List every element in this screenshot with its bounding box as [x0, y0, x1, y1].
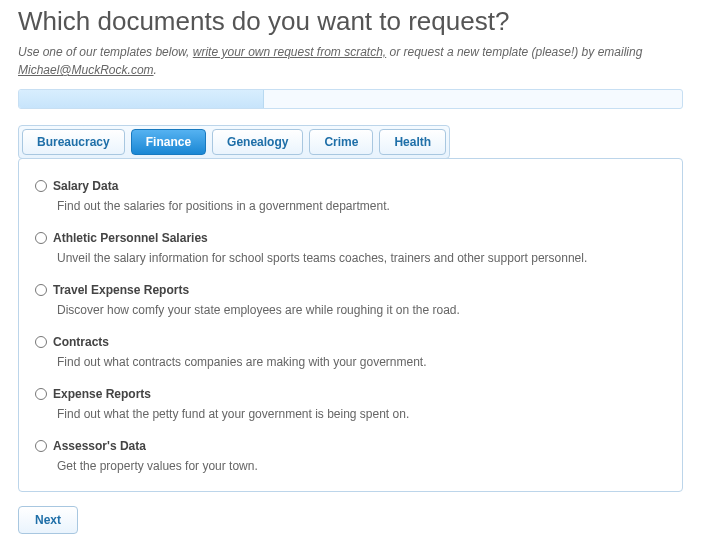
progress-bar-track [18, 89, 683, 109]
option-desc: Get the property values for your town. [57, 457, 668, 475]
tab-genealogy[interactable]: Genealogy [212, 129, 303, 155]
tab-finance[interactable]: Finance [131, 129, 206, 155]
option-contracts-label[interactable]: Contracts [35, 335, 668, 349]
option-travel-expense-reports-label[interactable]: Travel Expense Reports [35, 283, 668, 297]
option-salary-data: Salary Data Find out the salaries for po… [31, 173, 670, 225]
intro-text: Use one of our templates below, write yo… [18, 43, 683, 79]
option-desc: Discover how comfy your state employees … [57, 301, 668, 319]
option-athletic-personnel-salaries-label[interactable]: Athletic Personnel Salaries [35, 231, 668, 245]
options-panel: Salary Data Find out the salaries for po… [18, 158, 683, 492]
intro-part2: or request a new template (please!) by e… [386, 45, 642, 59]
progress-bar-fill [19, 90, 264, 108]
intro-part3: . [154, 63, 157, 77]
page-title: Which documents do you want to request? [18, 6, 683, 37]
option-expense-reports: Expense Reports Find out what the petty … [31, 381, 670, 433]
radio-icon[interactable] [35, 180, 47, 192]
next-button[interactable]: Next [18, 506, 78, 534]
option-title: Assessor's Data [53, 439, 146, 453]
radio-icon[interactable] [35, 440, 47, 452]
intro-part1: Use one of our templates below, [18, 45, 193, 59]
option-title: Travel Expense Reports [53, 283, 189, 297]
radio-icon[interactable] [35, 388, 47, 400]
option-assessors-data: Assessor's Data Get the property values … [31, 433, 670, 485]
option-desc: Find out the salaries for positions in a… [57, 197, 668, 215]
option-salary-data-label[interactable]: Salary Data [35, 179, 668, 193]
option-assessors-data-label[interactable]: Assessor's Data [35, 439, 668, 453]
option-title: Expense Reports [53, 387, 151, 401]
radio-icon[interactable] [35, 284, 47, 296]
option-title: Athletic Personnel Salaries [53, 231, 208, 245]
option-title: Contracts [53, 335, 109, 349]
option-desc: Unveil the salary information for school… [57, 249, 668, 267]
contact-email-link[interactable]: Michael@MuckRock.com [18, 63, 154, 77]
option-desc: Find out what the petty fund at your gov… [57, 405, 668, 423]
option-expense-reports-label[interactable]: Expense Reports [35, 387, 668, 401]
tab-crime[interactable]: Crime [309, 129, 373, 155]
option-contracts: Contracts Find out what contracts compan… [31, 329, 670, 381]
option-title: Salary Data [53, 179, 118, 193]
category-tabs: Bureaucracy Finance Genealogy Crime Heal… [18, 125, 450, 159]
option-athletic-personnel-salaries: Athletic Personnel Salaries Unveil the s… [31, 225, 670, 277]
radio-icon[interactable] [35, 336, 47, 348]
radio-icon[interactable] [35, 232, 47, 244]
option-travel-expense-reports: Travel Expense Reports Discover how comf… [31, 277, 670, 329]
option-desc: Find out what contracts companies are ma… [57, 353, 668, 371]
tab-bureaucracy[interactable]: Bureaucracy [22, 129, 125, 155]
tab-health[interactable]: Health [379, 129, 446, 155]
write-own-link[interactable]: write your own request from scratch, [193, 45, 386, 59]
